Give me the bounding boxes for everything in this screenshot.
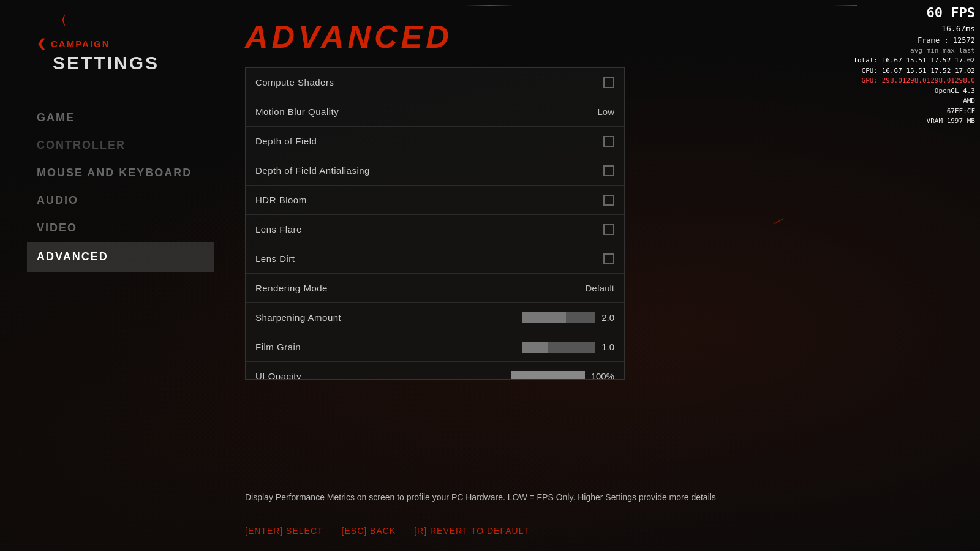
dof-antialiasing-label: Depth of Field Antialiasing [255, 165, 370, 176]
opengl-info: OpenGL 4.3 [853, 86, 975, 97]
amd-info: AMD [853, 96, 975, 107]
setting-film-grain: Film Grain 1.0 [246, 332, 624, 362]
enter-select-hint[interactable]: [ENTER] SELECT [245, 526, 323, 536]
setting-lens-dirt: Lens Dirt [246, 244, 624, 274]
dof-antialiasing-checkbox[interactable] [603, 165, 614, 176]
settings-title: SETTINGS [53, 53, 214, 73]
sharpening-amount-value: 2.0 [601, 312, 614, 323]
perf-cpu: CPU: 16.67 15.51 17.52 17.02 [853, 66, 975, 77]
nav-game[interactable]: GAME [37, 104, 214, 132]
lens-flare-label: Lens Flare [255, 224, 302, 234]
description-text: Display Performance Metrics on screen to… [245, 492, 943, 502]
settings-panel: Compute Shaders Motion Blur Quality Low … [245, 67, 625, 380]
bottom-controls: [ENTER] SELECT [ESC] BACK [R] REVERT TO … [239, 526, 529, 536]
campaign-back-label: CAMPAIGN [51, 39, 110, 49]
ui-opacity-label: UI Opacity [255, 371, 301, 380]
setting-lens-flare: Lens Flare [246, 215, 624, 244]
ui-opacity-value: 100% [591, 371, 614, 380]
vram-info: VRAM 1997 MB [853, 116, 975, 127]
ui-opacity-control: 100% [511, 371, 614, 380]
lens-flare-checkbox[interactable] [603, 224, 614, 235]
film-grain-value: 1.0 [601, 342, 614, 352]
film-grain-control: 1.0 [522, 342, 614, 353]
compute-shaders-label: Compute Shaders [255, 77, 334, 88]
setting-motion-blur: Motion Blur Quality Low [246, 97, 624, 127]
rendering-mode-value[interactable]: Default [585, 283, 614, 293]
lens-dirt-checkbox[interactable] [603, 253, 614, 264]
film-grain-label: Film Grain [255, 342, 301, 352]
perf-total: Total: 16.67 15.51 17.52 17.02 [853, 56, 975, 66]
nav-mouse[interactable]: MOUSE AND KEYBOARD [37, 159, 214, 187]
depth-of-field-label: Depth of Field [255, 136, 317, 146]
campaign-back-button[interactable]: ❮ CAMPAIGN [37, 37, 214, 50]
ui-opacity-slider-track[interactable] [511, 371, 585, 380]
lens-dirt-label: Lens Dirt [255, 253, 295, 264]
sharpening-slider-fill [522, 312, 566, 323]
back-arrow-icon: ❮ [37, 37, 46, 50]
r-revert-hint[interactable]: [R] REVERT TO DEFAULT [414, 526, 529, 536]
perf-gpu: GPU: 298.01298.01298.01298.0 [853, 76, 975, 86]
nav-video[interactable]: VIDEO [37, 214, 214, 242]
motion-blur-label: Motion Blur Quality [255, 107, 339, 117]
sharpening-amount-label: Sharpening Amount [255, 312, 341, 323]
setting-dof-antialiasing: Depth of Field Antialiasing [246, 156, 624, 186]
sidebar: ❮ CAMPAIGN SETTINGS GAME CONTROLLER MOUS… [0, 0, 239, 551]
compute-shaders-checkbox[interactable] [603, 77, 614, 88]
motion-blur-value[interactable]: Low [597, 107, 614, 117]
ms-counter: 16.67ms [853, 23, 975, 35]
hdr-bloom-label: HDR Bloom [255, 195, 307, 205]
nav-audio[interactable]: AUDIO [37, 187, 214, 214]
hdr-bloom-checkbox[interactable] [603, 195, 614, 206]
frame-counter: Frame : 12572 [853, 35, 975, 46]
esc-back-hint[interactable]: [ESC] BACK [342, 526, 396, 536]
depth-of-field-checkbox[interactable] [603, 136, 614, 147]
setting-rendering-mode: Rendering Mode Default [246, 274, 624, 303]
performance-overlay: 60 FPS 16.67ms Frame : 12572 avg min max… [848, 0, 980, 129]
sharpening-amount-control: 2.0 [522, 312, 614, 323]
nav-controller[interactable]: CONTROLLER [37, 132, 214, 159]
perf-headers: avg min max last [853, 46, 975, 56]
film-grain-slider-track[interactable] [522, 342, 595, 353]
setting-sharpening-amount: Sharpening Amount 2.0 [246, 303, 624, 332]
ui-opacity-slider-fill [511, 371, 585, 380]
compute-shaders-control [597, 77, 614, 88]
setting-hdr-bloom: HDR Bloom [246, 186, 624, 215]
film-grain-slider-fill [522, 342, 548, 353]
setting-ui-opacity: UI Opacity 100% [246, 362, 624, 380]
nav-advanced[interactable]: ADVANCED [27, 242, 214, 272]
setting-depth-of-field: Depth of Field [246, 127, 624, 156]
description-bar: Display Performance Metrics on screen to… [239, 492, 943, 502]
rendering-mode-label: Rendering Mode [255, 283, 328, 293]
fps-counter: 60 FPS [853, 2, 975, 23]
vef-info: 67EF:CF [853, 107, 975, 117]
sharpening-slider-track[interactable] [522, 312, 595, 323]
setting-compute-shaders: Compute Shaders [246, 68, 624, 97]
